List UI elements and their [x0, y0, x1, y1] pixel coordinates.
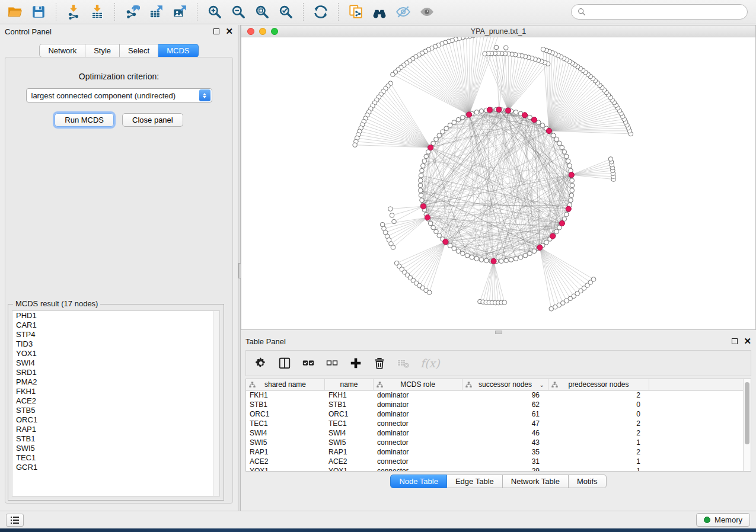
table-cell[interactable]: FKH1 [246, 390, 325, 400]
export-image-icon[interactable] [170, 2, 190, 21]
network-leaf-node[interactable] [388, 207, 393, 211]
table-cell[interactable]: SWI4 [325, 428, 374, 438]
mcds-result-item[interactable]: FKH1 [12, 387, 219, 396]
network-node[interactable] [513, 257, 518, 261]
search-input[interactable] [589, 8, 741, 17]
table-cell[interactable]: 0 [548, 400, 649, 409]
table-scrollbar-thumb[interactable] [745, 382, 749, 444]
close-panel-icon[interactable]: ✕ [225, 28, 233, 34]
network-node[interactable] [428, 221, 433, 226]
network-node[interactable] [566, 159, 570, 164]
network-node[interactable] [562, 150, 567, 155]
table-cell[interactable]: FKH1 [325, 390, 374, 400]
result-scrollbar[interactable] [213, 311, 219, 496]
tab-edge-table[interactable]: Edge Table [447, 475, 503, 488]
table-cell[interactable]: 2 [548, 419, 649, 428]
table-cell[interactable]: ACE2 [246, 457, 325, 466]
column-header-MCDS-role[interactable]: MCDS role [374, 379, 462, 390]
network-graph[interactable] [241, 37, 755, 329]
table-cell[interactable]: 1 [548, 438, 649, 447]
column-header-successor-nodes[interactable]: successor nodes⌄ [462, 379, 548, 390]
mcds-hub-node[interactable] [505, 108, 511, 113]
table-cell[interactable]: STB1 [246, 400, 325, 409]
table-cell[interactable]: SWI5 [246, 438, 325, 447]
table-row[interactable]: ACE2ACE2connector311 [246, 457, 751, 466]
import-network-icon[interactable] [63, 2, 84, 21]
mcds-hub-node[interactable] [425, 214, 430, 220]
network-leaf-node[interactable] [427, 290, 432, 295]
table-cell[interactable]: 62 [462, 400, 548, 409]
network-node[interactable] [479, 109, 484, 114]
mcds-result-item[interactable]: STP4 [12, 330, 219, 339]
table-row[interactable]: TEC1TEC1connector472 [246, 419, 751, 428]
network-node[interactable] [420, 168, 425, 173]
column-header-predecessor-nodes[interactable]: predecessor nodes [548, 379, 649, 390]
mcds-hub-node[interactable] [496, 107, 502, 112]
tab-select[interactable]: Select [120, 44, 158, 57]
network-leaf-node[interactable] [503, 46, 508, 50]
network-node[interactable] [554, 137, 559, 142]
network-node[interactable] [448, 123, 452, 128]
network-node[interactable] [570, 188, 575, 193]
table-cell[interactable]: 46 [462, 428, 548, 438]
table-cell[interactable]: 2 [548, 390, 649, 400]
mcds-result-item[interactable]: PHD1 [12, 311, 219, 321]
mcds-hub-node[interactable] [569, 172, 574, 178]
network-node[interactable] [434, 137, 439, 142]
table-cell[interactable]: 31 [462, 457, 548, 466]
network-node[interactable] [474, 257, 479, 261]
close-table-panel-icon[interactable]: ✕ [744, 338, 751, 344]
close-panel-button[interactable]: Close panel [122, 113, 183, 127]
table-cell[interactable]: connector [374, 419, 462, 428]
zoom-out-icon[interactable] [228, 2, 248, 21]
table-row[interactable]: STB1STB1dominator620 [246, 400, 751, 409]
mcds-result-item[interactable]: ACE2 [12, 396, 219, 406]
table-cell[interactable]: STB1 [325, 400, 374, 409]
tab-network-table[interactable]: Network Table [503, 475, 569, 488]
table-row[interactable]: SWI5SWI5connector431 [246, 438, 751, 447]
float-table-panel-icon[interactable] [732, 338, 738, 344]
export-network-icon[interactable] [122, 2, 142, 21]
column-header-shared-name[interactable]: shared name [246, 379, 325, 390]
table-cell[interactable]: 0 [548, 409, 649, 419]
network-node[interactable] [437, 133, 442, 138]
table-cell[interactable]: connector [374, 438, 462, 447]
mcds-hub-node[interactable] [420, 204, 426, 209]
table-cell[interactable]: 2 [548, 447, 649, 457]
network-node[interactable] [570, 183, 575, 188]
mcds-result-list[interactable]: PHD1CAR1STP4TID3YOX1SWI4SRD1PMA2FKH1ACE2… [12, 310, 220, 496]
zoom-fit-icon[interactable] [252, 2, 272, 21]
import-table-icon[interactable] [87, 2, 107, 21]
network-node[interactable] [569, 193, 574, 198]
mcds-result-item[interactable]: TID3 [12, 339, 219, 349]
mcds-hub-node[interactable] [537, 245, 543, 250]
network-node[interactable] [418, 178, 423, 183]
network-node[interactable] [424, 154, 429, 159]
network-node[interactable] [532, 249, 537, 254]
network-node[interactable] [419, 173, 423, 178]
mcds-result-item[interactable]: SWI4 [12, 358, 219, 368]
network-node[interactable] [569, 198, 573, 203]
mcds-result-item[interactable]: GCR1 [12, 463, 219, 472]
network-node[interactable] [560, 145, 564, 150]
criterion-select[interactable]: largest connected component (undirected) [26, 88, 212, 102]
network-node[interactable] [564, 154, 569, 159]
zoom-in-icon[interactable] [205, 2, 225, 21]
table-cell[interactable]: TEC1 [246, 419, 325, 428]
network-node[interactable] [444, 126, 449, 131]
tab-mcds[interactable]: MCDS [158, 44, 198, 57]
mcds-hub-node[interactable] [559, 220, 564, 226]
table-cell[interactable]: 1 [548, 457, 649, 466]
network-node[interactable] [564, 212, 569, 217]
network-node[interactable] [452, 120, 457, 125]
mcds-hub-node[interactable] [467, 112, 472, 117]
network-leaf-node[interactable] [391, 245, 395, 250]
network-node[interactable] [456, 117, 461, 122]
network-leaf-node[interactable] [483, 52, 487, 56]
network-node[interactable] [518, 255, 523, 259]
column-layout-icon[interactable] [278, 354, 291, 372]
mcds-hub-node[interactable] [522, 113, 527, 118]
table-row[interactable]: FKH1FKH1dominator962 [246, 390, 751, 400]
mcds-hub-node[interactable] [550, 233, 556, 239]
table-cell[interactable]: connector [374, 457, 462, 466]
